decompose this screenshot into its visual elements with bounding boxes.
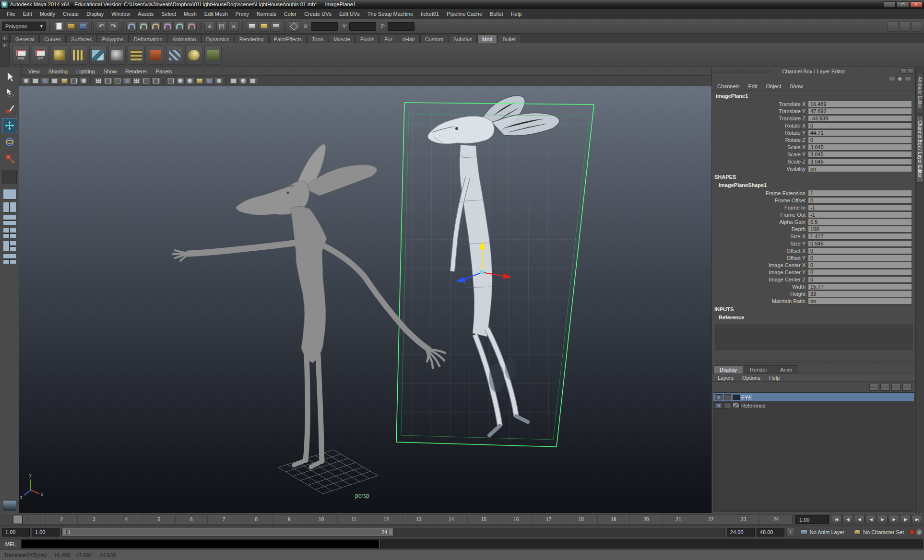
channel-value-field[interactable]: 0 (808, 197, 912, 204)
shelf-tab[interactable]: Rendering (235, 35, 269, 43)
channel-name[interactable]: Scale X (712, 144, 808, 150)
shelf-button-6[interactable] (147, 46, 164, 65)
frame-tick-label[interactable]: 18 (565, 515, 597, 524)
snap-to-curve-icon[interactable] (138, 21, 149, 32)
channel-name[interactable]: Translate Z (712, 116, 808, 121)
channel-name[interactable]: Scale Y (712, 152, 808, 157)
frame-tick-label[interactable]: 16 (500, 515, 533, 524)
channel-name[interactable]: Rotate Y (712, 130, 808, 136)
menu-item[interactable]: Pipeline Cache (443, 10, 486, 18)
close-button[interactable]: × (910, 1, 923, 8)
channel-value-field[interactable]: 1 (808, 190, 912, 197)
go-to-end-button[interactable]: ▶| (912, 515, 922, 524)
channel-value-field[interactable]: 0 (808, 262, 912, 268)
frame-tick-label[interactable]: 9 (272, 515, 305, 524)
panel-float-icon[interactable] (900, 69, 906, 74)
current-time-field[interactable]: 1.00 (795, 515, 829, 524)
viewport-menu-item[interactable]: Shading (44, 69, 72, 74)
move-tool[interactable] (2, 118, 17, 133)
menu-item[interactable]: Select (157, 10, 180, 18)
channel-value-field[interactable]: 0 (808, 255, 912, 261)
channel-value-field[interactable]: 16.489 (808, 101, 912, 107)
rotate-tool[interactable] (2, 134, 17, 150)
isolate-select-icon[interactable] (229, 77, 238, 85)
redo-icon[interactable]: ↷ (108, 21, 118, 32)
move-layer-down-icon[interactable] (880, 383, 889, 391)
menu-item[interactable]: The Setup Machine (364, 10, 417, 18)
shape-node-name[interactable]: imagePlaneShape1 (712, 181, 915, 189)
channel-name[interactable]: Frame Out (712, 212, 808, 218)
channel-name[interactable]: Image Center Z (712, 277, 808, 282)
playback-options-icon[interactable]: ↕ (786, 528, 795, 537)
menu-item[interactable]: Edit (19, 10, 36, 18)
frame-tick-label[interactable]: 2 (45, 515, 78, 524)
shelf-button-4[interactable] (108, 46, 126, 65)
safe-action-icon[interactable] (142, 77, 151, 85)
layout-two-panes-side-by-side-button[interactable] (3, 202, 16, 212)
shelf-button-3[interactable] (89, 46, 107, 65)
maximize-button[interactable]: □ (897, 1, 909, 8)
menu-item[interactable]: Edit UVs (335, 10, 364, 18)
frame-tick-label[interactable]: 1 (13, 515, 45, 524)
field-chart-icon[interactable] (132, 77, 141, 85)
frame-tick-label[interactable]: 10 (305, 515, 337, 524)
animation-end-field[interactable]: 48.00 (757, 528, 784, 537)
channel-value-field[interactable]: 0 (808, 247, 912, 254)
channel-value-field[interactable]: 0 (808, 269, 912, 276)
channel-name[interactable]: Frame Offset (712, 198, 808, 203)
anim-layer-button[interactable]: No Anim Layer (797, 527, 848, 537)
auto-keyframe-toggle-icon[interactable] (909, 528, 915, 535)
shelf-button-7[interactable] (166, 46, 183, 65)
two-d-pan-zoom-icon[interactable] (70, 77, 78, 85)
channel-name[interactable]: Height (712, 291, 808, 297)
channel-name[interactable]: Rotate X (712, 123, 808, 128)
frame-tick-label[interactable]: 12 (370, 515, 403, 524)
menu-item[interactable]: Create UVs (300, 10, 335, 18)
play-forward-button[interactable]: ▶ (877, 515, 888, 524)
gate-mask-icon[interactable] (123, 77, 131, 85)
channel-value-field[interactable]: 1.417 (808, 233, 912, 240)
menu-item[interactable]: Assets (134, 10, 157, 18)
layout-single-pane-button[interactable] (3, 189, 16, 199)
shelf-button-cp[interactable]: CP (32, 46, 49, 65)
list-output-connections-icon[interactable]: » (228, 21, 239, 32)
shelf-tab[interactable]: Surfaces (66, 35, 96, 43)
shelf-tab[interactable]: Toon (307, 35, 328, 43)
z-coordinate-field[interactable] (388, 22, 415, 31)
wireframe-display-icon[interactable] (166, 77, 175, 85)
shelf-tab[interactable]: Fluids (355, 35, 379, 43)
playback-end-field[interactable]: 24.00 (727, 528, 755, 537)
menu-item[interactable]: Edit Mesh (201, 10, 232, 18)
bookmarks-icon[interactable] (50, 77, 59, 85)
channel-name[interactable]: Rotate Z (712, 137, 808, 143)
shelf-menu-icon[interactable]: ▾ (1, 42, 8, 48)
grease-pencil-icon[interactable] (79, 77, 88, 85)
ipr-render-icon[interactable] (259, 21, 269, 32)
menu-item[interactable]: Help (507, 10, 526, 18)
menu-item[interactable]: Create (59, 10, 83, 18)
layer-visibility-toggle[interactable]: V (715, 402, 723, 408)
play-backward-button[interactable]: ◀ (865, 515, 876, 524)
layer-editor-menu-item[interactable]: Layers (714, 375, 737, 381)
frame-tick-label[interactable]: 4 (110, 515, 142, 524)
channel-value-field[interactable]: 100 (808, 226, 912, 233)
step-forward-key-button[interactable]: |▶ (900, 515, 911, 524)
channel-name[interactable]: Alpha Gain (712, 219, 808, 225)
move-layer-up-icon[interactable] (869, 383, 878, 391)
shelf-tab[interactable]: Muscle (329, 35, 355, 43)
channel-name[interactable]: Size X (712, 233, 808, 239)
frame-tick-label[interactable]: 5 (142, 515, 175, 524)
channel-name[interactable]: Translate Y (712, 108, 808, 114)
camera-attributes-icon[interactable] (41, 77, 49, 85)
playback-start-field[interactable]: 1.00 (32, 528, 59, 537)
channel-name[interactable]: Image Center X (712, 262, 808, 268)
snap-to-grid-icon[interactable] (126, 21, 137, 32)
animation-start-field[interactable]: 1.00 (2, 528, 30, 537)
channel-value-field[interactable]: 3.045 (808, 158, 912, 165)
channel-name[interactable]: Maintain Ratio (712, 298, 808, 304)
channel-box-menu-item[interactable]: Channels (714, 83, 743, 89)
node-name[interactable]: imagePlane1 (712, 92, 915, 100)
frame-tick-label[interactable]: 8 (240, 515, 272, 524)
channel-box-menu-item[interactable]: Show (786, 83, 806, 89)
snap-to-point-icon[interactable] (150, 21, 161, 32)
